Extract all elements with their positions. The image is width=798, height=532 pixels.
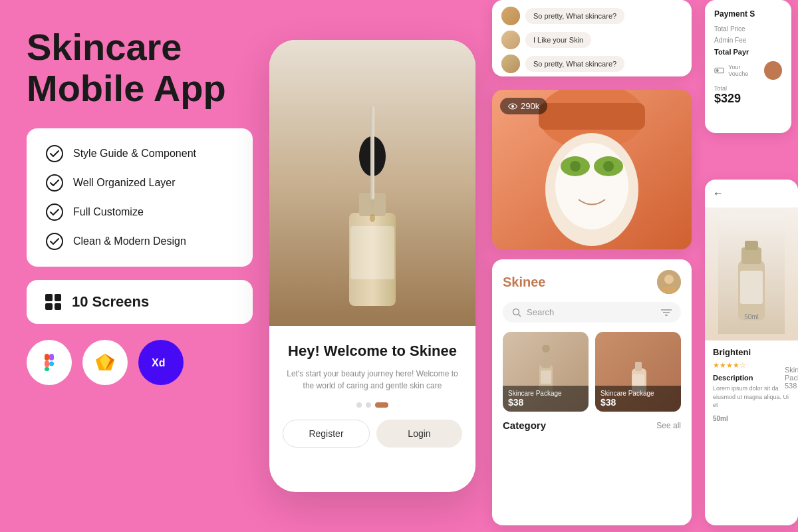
product-card-1[interactable]: Skincare Package $38 xyxy=(503,332,589,412)
total-price-label: Total Price xyxy=(714,25,745,33)
check-icon-2 xyxy=(45,174,64,192)
svg-rect-24 xyxy=(350,226,394,279)
feature-item-2: Well Organized Layer xyxy=(45,174,234,192)
chat-message-3: So pretty, What skincare? xyxy=(501,55,682,73)
check-icon-3 xyxy=(45,203,64,221)
svg-text:Xd: Xd xyxy=(152,357,165,368)
svg-text:50ml: 50ml xyxy=(744,313,759,321)
product-price-2: $38 xyxy=(600,397,676,408)
serum-image xyxy=(269,40,475,326)
product-grid: Skincare Package $38 Skincare Package $3… xyxy=(503,332,681,412)
package-label: Skincare Package 538 xyxy=(785,366,798,390)
product-name-1: Skincare Package xyxy=(508,390,583,397)
product-detail-info: Brighteni ★★★★☆ Description Lorem ipsum … xyxy=(705,340,798,429)
product-info-2: Skincare Package $38 xyxy=(595,386,681,412)
search-bar[interactable]: Search xyxy=(503,302,681,323)
svg-rect-46 xyxy=(541,370,551,384)
welcome-title: Hey! Welcome to Skinee xyxy=(283,342,462,361)
feature-item-4: Clean & Modern Design xyxy=(45,232,234,251)
svg-point-1 xyxy=(47,175,63,191)
register-button[interactable]: Register xyxy=(283,420,370,448)
product-card-2[interactable]: Skincare Package $38 xyxy=(595,332,681,412)
svg-point-45 xyxy=(542,345,550,352)
chat-bubble-3: So pretty, What skincare? xyxy=(525,56,624,72)
feature-label-2: Well Organized Layer xyxy=(73,177,176,189)
total-payment-row: Total Payr xyxy=(714,48,782,56)
phone-action-buttons: Register Login xyxy=(283,420,462,448)
screens-card: 10 Screens xyxy=(27,280,253,324)
feature-item-3: Full Customize xyxy=(45,203,234,221)
admin-fee-row: Admin Fee xyxy=(714,37,782,44)
chat-bubble-1: So pretty, What skincare? xyxy=(525,8,624,24)
svg-rect-6 xyxy=(45,367,49,371)
admin-fee-label: Admin Fee xyxy=(714,37,746,44)
eye-icon xyxy=(508,103,517,110)
beauty-screen: 290k xyxy=(492,90,692,249)
total-label: Total xyxy=(714,85,782,92)
voucher-circle xyxy=(764,61,782,80)
chat-bubble-2: I Like your Skin xyxy=(525,32,591,48)
voucher-row: Your Vouche xyxy=(714,61,782,80)
dot-1 xyxy=(356,402,362,408)
svg-point-32 xyxy=(570,161,581,172)
skinee-screen: Skinee Search xyxy=(492,259,692,525)
login-button[interactable]: Login xyxy=(376,420,462,448)
voucher-icon xyxy=(714,65,724,76)
dot-3-active xyxy=(375,402,388,408)
svg-rect-49 xyxy=(632,374,644,386)
product-stars: ★★★★☆ xyxy=(713,361,790,370)
svg-rect-44 xyxy=(541,358,551,368)
svg-point-36 xyxy=(664,275,674,284)
svg-point-33 xyxy=(603,161,614,172)
features-card: Style Guide & Component Well Organized L… xyxy=(27,128,253,267)
svg-rect-5 xyxy=(45,360,49,367)
payment-screen: Payment S Total Price Admin Fee Total Pa… xyxy=(705,0,791,133)
feature-label-1: Style Guide & Component xyxy=(73,148,196,160)
grid-icon xyxy=(45,294,61,310)
svg-rect-55 xyxy=(745,241,758,250)
category-title: Category xyxy=(503,420,546,431)
svg-rect-27 xyxy=(539,103,645,130)
carousel-dots xyxy=(283,402,462,408)
chat-message-1: So pretty, What skincare? xyxy=(501,7,682,25)
serum-dropper-svg xyxy=(269,40,475,326)
total-price-row: Total Price xyxy=(714,25,782,33)
svg-point-23 xyxy=(370,214,375,222)
feature-item-1: Style Guide & Component xyxy=(45,144,234,163)
product-price-1: $38 xyxy=(508,397,583,408)
product-name-2: Skincare Package xyxy=(600,390,676,397)
sketch-icon xyxy=(82,340,128,385)
dot-2 xyxy=(366,402,371,408)
category-header: Category See all xyxy=(503,420,681,431)
chat-avatar-1 xyxy=(501,7,520,25)
search-placeholder: Search xyxy=(527,307,656,317)
svg-point-8 xyxy=(49,362,54,366)
user-avatar xyxy=(657,270,681,294)
figma-icon xyxy=(27,340,72,385)
total-amount: $329 xyxy=(714,92,782,106)
chat-screen: So pretty, What skincare? I Like your Sk… xyxy=(492,0,692,76)
feature-label-4: Clean & Modern Design xyxy=(73,235,186,247)
volume-label: 50ml xyxy=(713,415,790,422)
feature-label-3: Full Customize xyxy=(73,206,144,218)
svg-rect-7 xyxy=(49,354,54,360)
svg-point-51 xyxy=(716,69,719,72)
svg-point-38 xyxy=(513,309,519,315)
chat-message-2: I Like your Skin xyxy=(501,31,682,49)
product-info-1: Skincare Package $38 xyxy=(503,386,589,412)
svg-rect-48 xyxy=(635,362,642,371)
svg-point-2 xyxy=(47,204,63,220)
back-button[interactable]: ← xyxy=(705,180,798,207)
left-section: Skincare Mobile App Style Guide & Compon… xyxy=(27,27,253,385)
svg-line-39 xyxy=(519,314,521,317)
right-section: So pretty, What skincare? I Like your Sk… xyxy=(492,0,798,532)
xd-icon: Xd xyxy=(138,340,184,385)
chat-avatar-3 xyxy=(501,55,520,73)
chat-avatar-2 xyxy=(501,31,520,49)
see-all-button[interactable]: See all xyxy=(656,421,681,430)
svg-rect-56 xyxy=(740,271,763,304)
welcome-subtitle: Let's start your beauty journey here! We… xyxy=(283,368,462,392)
product-detail-name: Brighteni xyxy=(713,347,790,357)
amount-section: Total $329 xyxy=(714,85,782,106)
svg-point-3 xyxy=(47,233,63,249)
